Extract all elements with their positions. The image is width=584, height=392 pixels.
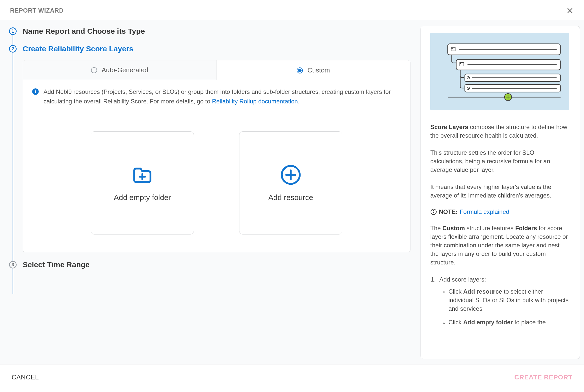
t: Add empty folder xyxy=(463,319,513,326)
help-note: NOTE: Formula explained xyxy=(430,208,569,215)
step-3[interactable]: 3 Select Time Range xyxy=(9,261,410,268)
radio-icon xyxy=(91,67,97,73)
svg-rect-2 xyxy=(35,91,36,93)
tabs-bar: Auto-Generated Custom xyxy=(23,60,410,80)
tabs-container: Auto-Generated Custom Add Nobl9 resource… xyxy=(23,60,410,252)
t: Folders xyxy=(515,225,537,231)
svg-point-21 xyxy=(433,211,434,211)
help-p1: Score Layers compose the structure to de… xyxy=(430,123,569,140)
tab-label: Auto-Generated xyxy=(102,66,148,74)
radio-selected-icon xyxy=(297,67,303,73)
formula-explained-link[interactable]: Formula explained xyxy=(460,208,509,215)
help-scroll[interactable]: Score Layers compose the structure to de… xyxy=(430,33,576,352)
close-icon xyxy=(566,7,573,14)
card-label: Add resource xyxy=(268,193,313,202)
info-text: Add Nobl9 resources (Projects, Services,… xyxy=(44,87,401,106)
help-sidebar: Score Layers compose the structure to de… xyxy=(421,20,584,365)
step-2-title: Create Reliability Score Layers xyxy=(23,45,133,53)
list-item: Click Add resource to select either indi… xyxy=(448,287,569,313)
t: Custom xyxy=(442,225,465,231)
add-resource-card[interactable]: Add resource xyxy=(239,131,342,234)
info-text-period: . xyxy=(298,98,300,105)
t: The xyxy=(430,225,442,231)
step-3-number: 3 xyxy=(12,262,14,267)
wizard-steps: 1 Name Report and Choose its Type 2 Crea… xyxy=(9,27,410,268)
step-3-title: Select Time Range xyxy=(23,261,90,268)
help-p3: It means that every higher layer's value… xyxy=(430,183,569,200)
folder-plus-icon xyxy=(132,164,153,186)
t: structure features xyxy=(465,225,515,231)
dialog-body: 1 Name Report and Choose its Type 2 Crea… xyxy=(0,20,584,365)
step-1[interactable]: 1 Name Report and Choose its Type xyxy=(9,27,410,35)
dialog-title: REPORT WIZARD xyxy=(10,7,64,14)
step-3-badge: 3 xyxy=(9,261,17,268)
svg-point-12 xyxy=(468,77,469,78)
info-link[interactable]: Reliability Rollup documentation xyxy=(212,98,298,105)
note-label: NOTE: xyxy=(439,208,458,215)
action-cards: Add empty folder Add resource xyxy=(32,131,401,234)
t: to place the xyxy=(513,319,546,326)
t: Click xyxy=(448,319,463,326)
card-label: Add empty folder xyxy=(114,193,171,202)
close-button[interactable] xyxy=(565,6,574,15)
step-2-number: 2 xyxy=(12,46,14,52)
add-empty-folder-card[interactable]: Add empty folder xyxy=(91,131,194,234)
step-1-number: 1 xyxy=(12,29,14,34)
svg-point-1 xyxy=(35,90,36,91)
svg-point-16 xyxy=(468,88,469,89)
list-item: Click Add empty folder to place the xyxy=(448,318,569,327)
info-icon xyxy=(32,88,39,95)
help-panel: Score Layers compose the structure to de… xyxy=(421,26,580,359)
dialog-header: REPORT WIZARD xyxy=(0,0,584,20)
t: Add resource xyxy=(463,288,502,295)
tab-auto-generated[interactable]: Auto-Generated xyxy=(23,60,217,80)
help-p2: This structure settles the order for SLO… xyxy=(430,148,569,174)
help-illustration xyxy=(430,33,569,110)
info-outline-icon xyxy=(430,209,437,215)
cancel-button[interactable]: CANCEL xyxy=(12,373,39,381)
t: Click xyxy=(448,288,463,295)
info-message: Add Nobl9 resources (Projects, Services,… xyxy=(32,87,401,106)
tree-diagram-icon xyxy=(438,41,561,102)
help-strong: Score Layers xyxy=(430,124,468,130)
list-item: Add score layers: Click Add resource to … xyxy=(437,275,569,327)
plus-circle-icon xyxy=(280,164,302,186)
dialog-footer: CANCEL CREATE REPORT xyxy=(0,365,584,390)
help-sub-list: Click Add resource to select either indi… xyxy=(439,287,569,327)
step-connector-line xyxy=(13,35,13,294)
help-p4: The Custom structure features Folders fo… xyxy=(430,224,569,267)
t: Add score layers: xyxy=(439,276,486,283)
step-1-title: Name Report and Choose its Type xyxy=(23,27,145,35)
main-column: 1 Name Report and Choose its Type 2 Crea… xyxy=(0,20,421,365)
help-ordered-list: Add score layers: Click Add resource to … xyxy=(430,275,569,327)
step-2[interactable]: 2 Create Reliability Score Layers xyxy=(9,45,410,53)
step-2-badge: 2 xyxy=(9,45,17,53)
tab-pane-custom: Add Nobl9 resources (Projects, Services,… xyxy=(23,80,410,252)
tab-custom[interactable]: Custom xyxy=(217,60,410,80)
step-1-badge: 1 xyxy=(9,27,17,35)
tab-label: Custom xyxy=(307,66,330,74)
create-report-button[interactable]: CREATE REPORT xyxy=(514,373,572,381)
step-2-content: Auto-Generated Custom Add Nobl9 resource… xyxy=(23,60,410,252)
